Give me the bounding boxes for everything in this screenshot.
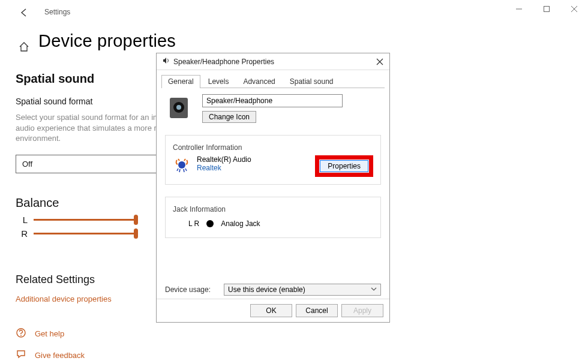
close-button[interactable] bbox=[560, 0, 588, 18]
page-title: Device properties bbox=[38, 31, 176, 51]
help-icon bbox=[16, 327, 26, 341]
controller-vendor-link[interactable]: Realtek bbox=[197, 164, 251, 172]
device-usage-label: Device usage: bbox=[165, 285, 211, 294]
realtek-icon bbox=[173, 155, 191, 173]
home-icon bbox=[18, 41, 30, 55]
properties-dialog: Speaker/Headphone Properties General Lev… bbox=[156, 53, 390, 323]
speaker-icon bbox=[161, 56, 170, 67]
ok-button[interactable]: OK bbox=[250, 304, 292, 317]
dialog-title: Speaker/Headphone Properties bbox=[173, 58, 274, 66]
tab-spatial[interactable]: Spatial sound bbox=[283, 75, 340, 88]
dialog-tabs: General Levels Advanced Spatial sound bbox=[161, 74, 385, 88]
maximize-button[interactable] bbox=[533, 0, 560, 18]
dialog-close-button[interactable] bbox=[373, 55, 387, 68]
balance-left-label: L bbox=[16, 215, 28, 225]
give-feedback-link[interactable]: Give feedback bbox=[35, 351, 85, 360]
jack-section-label: Jack Information bbox=[170, 205, 228, 213]
back-button[interactable] bbox=[19, 7, 30, 20]
controller-name: Realtek(R) Audio bbox=[197, 155, 251, 164]
controller-properties-button[interactable]: Properties bbox=[320, 160, 368, 172]
tab-advanced[interactable]: Advanced bbox=[236, 75, 281, 88]
svg-point-5 bbox=[20, 335, 22, 336]
svg-rect-1 bbox=[544, 7, 550, 12]
cancel-button[interactable]: Cancel bbox=[296, 304, 338, 317]
jack-channels: L R bbox=[188, 219, 199, 228]
apply-button[interactable]: Apply bbox=[341, 304, 383, 317]
jack-color-icon bbox=[206, 220, 214, 227]
device-speaker-icon bbox=[165, 94, 193, 122]
svg-point-10 bbox=[176, 105, 181, 110]
breadcrumb: Settings bbox=[44, 8, 70, 16]
svg-point-11 bbox=[178, 161, 185, 169]
device-usage-select[interactable]: Use this device (enable) bbox=[224, 284, 381, 296]
controller-section-label: Controller Information bbox=[170, 143, 244, 152]
highlight-box: Properties bbox=[315, 155, 373, 177]
change-icon-button[interactable]: Change Icon bbox=[202, 111, 256, 123]
tab-general[interactable]: General bbox=[161, 75, 200, 88]
jack-label: Analog Jack bbox=[221, 219, 260, 228]
slider-thumb-icon[interactable] bbox=[134, 228, 138, 239]
device-name-input[interactable] bbox=[202, 94, 343, 107]
minimize-button[interactable] bbox=[505, 0, 533, 18]
feedback-icon bbox=[16, 349, 26, 362]
balance-left-slider[interactable] bbox=[34, 219, 136, 221]
device-usage-value: Use this device (enable) bbox=[228, 285, 305, 294]
balance-right-label: R bbox=[16, 228, 28, 239]
get-help-link[interactable]: Get help bbox=[35, 329, 64, 338]
balance-right-slider[interactable] bbox=[34, 233, 136, 234]
chevron-down-icon bbox=[371, 285, 377, 294]
tab-levels[interactable]: Levels bbox=[202, 75, 236, 88]
slider-thumb-icon[interactable] bbox=[134, 215, 138, 225]
